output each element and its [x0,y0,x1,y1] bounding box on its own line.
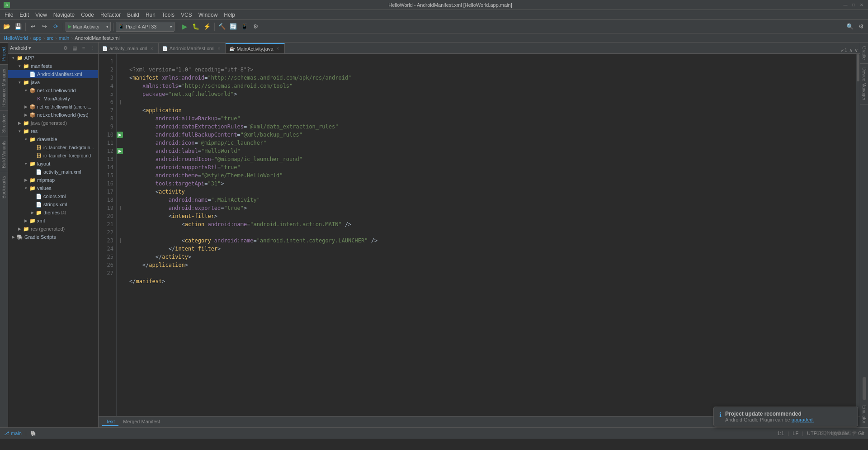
tree-item-activity-main[interactable]: 📄 activity_main.xml [8,168,98,176]
menu-run[interactable]: Run [143,11,158,19]
undo-btn[interactable]: ↩ [28,22,38,32]
tree-item-res[interactable]: ▾ 📁 res [8,127,98,135]
run-gutter-12[interactable]: ▶ [117,148,123,154]
run-button[interactable]: ▶ [179,22,189,32]
profile-button[interactable]: ⚡ [202,22,212,32]
open-btn[interactable]: 📂 [2,22,12,32]
sync-btn[interactable]: ⟳ [51,22,61,32]
menu-file[interactable]: File [2,11,16,19]
status-line-col[interactable]: 1:1 [777,431,784,436]
tab-close-mainactivity[interactable]: × [275,46,281,52]
folder-icon-manifests: 📁 [23,62,30,70]
tree-item-drawable[interactable]: ▾ 📁 drawable [8,135,98,143]
tab-action-down[interactable]: ∨ [854,47,858,53]
tab-icon-androidmanifest: 📄 [162,46,168,51]
sidebar-item-project[interactable]: Project [0,43,8,64]
editor-scrollbar[interactable] [856,54,860,416]
tab-merged-manifest[interactable]: Merged Manifest [119,418,164,426]
menu-build[interactable]: Build [124,11,142,19]
tab-action-check[interactable]: ✓1 [840,47,847,53]
restore-button[interactable]: □ [851,2,856,8]
breadcrumb-main[interactable]: main [59,35,70,41]
breadcrumb-manifest[interactable]: AndroidManifest.xml [75,35,120,41]
breadcrumb-app[interactable]: app [33,35,41,41]
breadcrumb-src[interactable]: src [47,35,53,41]
tree-item-package-test[interactable]: ▶ 📦 net.xqf.helloworld (test) [8,111,98,119]
menu-code[interactable]: Code [78,11,97,19]
tree-item-themes[interactable]: ▶ 📁 themes (2) [8,208,98,217]
status-vcs[interactable]: ⎇ main [4,431,22,436]
tree-item-strings[interactable]: 📄 strings.xml [8,200,98,208]
close-button[interactable]: ✕ [859,2,864,8]
settings-button[interactable]: ⚙ [856,22,866,32]
tab-mainactivity[interactable]: ☕ MainActivity.java × [226,43,284,53]
menu-navigate[interactable]: Navigate [51,11,77,19]
tree-item-manifests[interactable]: ▾ 📁 manifests [8,62,98,70]
sidebar-item-resource-manager[interactable]: Resource Manager [0,64,8,110]
notification-link[interactable]: upgraded. [792,417,814,422]
tree-item-package-androidtest[interactable]: ▶ 📦 net.xqf.helloworld (androi... [8,103,98,111]
menu-tools[interactable]: Tools [159,11,177,19]
tree-item-java-generated[interactable]: ▶ 📁 java (generated) [8,119,98,127]
tree-item-app[interactable]: ▾ 📁 APP [8,54,98,62]
make-button[interactable]: 🔨 [217,22,227,32]
code-line-7: android:allowBackup="true" [129,115,241,122]
sidebar-item-emulator[interactable]: Emulator [860,402,868,427]
run-config-dropdown[interactable]: ▶ MainActivity ▾ [66,22,111,32]
sidebar-item-structure[interactable]: Structure [0,110,8,137]
panel-gear-btn[interactable]: ⋮ [89,44,96,52]
breadcrumb-helloworld[interactable]: HelloWorld [4,35,28,41]
scrollbar-thumb[interactable] [857,54,859,81]
sync-project-button[interactable]: 🔄 [228,22,238,32]
tree-item-mipmap[interactable]: ▶ 📁 mipmap [8,176,98,184]
tree-item-res-generated[interactable]: ▶ 📁 res (generated) [8,225,98,233]
run-gutter-10[interactable]: ▶ [117,132,123,138]
redo-btn[interactable]: ↪ [39,22,49,32]
sidebar-item-bookmarks[interactable]: Bookmarks [0,172,8,202]
panel-filter-btn[interactable]: ▤ [71,44,78,52]
sdk-button[interactable]: ⚙ [251,22,261,32]
tree-item-java[interactable]: ▾ 📁 java [8,78,98,86]
tree-item-gradle-scripts[interactable]: ▶ 🐘 Gradle Scripts [8,233,98,241]
tree-arrow-test: ▶ [23,113,29,117]
device-dropdown[interactable]: 📱 Pixel 4 API 33 ▾ [116,22,175,32]
sidebar-item-device-manager[interactable]: Device Manager [860,64,868,104]
tab-androidmanifest[interactable]: 📄 AndroidManifest.xml × [159,43,226,53]
tree-item-layout[interactable]: ▾ 📁 layout [8,160,98,168]
menu-view[interactable]: View [33,11,50,19]
debug-button[interactable]: 🐛 [191,22,201,32]
status-lf[interactable]: LF [793,431,798,436]
menu-edit[interactable]: Edit [17,11,32,19]
menu-refactor[interactable]: Refactor [98,11,123,19]
panel-settings-btn[interactable]: ⚙ [62,44,69,52]
tab-close-activity-main[interactable]: × [149,46,155,51]
save-btn[interactable]: 💾 [13,22,23,32]
right-resize-handle[interactable] [863,377,866,400]
menu-vcs[interactable]: VCS [178,11,195,19]
panel-expand-btn[interactable]: ≡ [80,44,87,52]
code-editor[interactable]: <?xml version="1.0" encoding="utf-8"?> <… [126,54,856,416]
menu-window[interactable]: Window [196,11,221,19]
tree-item-colors[interactable]: 📄 colors.xml [8,192,98,200]
sidebar-item-gradle[interactable]: Gradle [860,43,868,64]
tab-close-androidmanifest[interactable]: × [216,46,222,51]
avd-button[interactable]: 📱 [240,22,250,32]
watermark: CSDN @收藏马卡 [816,430,857,436]
minimize-button[interactable]: — [843,2,848,8]
tree-item-ic-bg[interactable]: 🖼 ic_launcher_backgroun... [8,143,98,152]
tree-item-androidmanifest[interactable]: 📄 AndroidManifest.xml [8,70,98,78]
tab-action-up[interactable]: ∧ [849,47,853,53]
search-everywhere-button[interactable]: 🔍 [845,22,855,32]
tab-activity-main[interactable]: 📄 activity_main.xml × [99,43,159,53]
tree-item-package[interactable]: ▾ 📦 net.xqf.helloworld [8,86,98,95]
tree-item-values[interactable]: ▾ 📁 values [8,184,98,192]
menu-help[interactable]: Help [221,11,238,19]
editor-tabs: 📄 activity_main.xml × 📄 AndroidManifest.… [99,43,860,54]
tree-item-mainactivity[interactable]: K MainActivity [8,95,98,103]
tab-text[interactable]: Text [102,418,118,426]
android-dropdown[interactable]: Android ▾ [10,45,31,51]
tree-item-ic-fg[interactable]: 🖼 ic_launcher_foreground [8,152,98,160]
sidebar-item-build-variants[interactable]: Build Variants [0,137,8,172]
tree-item-xml[interactable]: ▶ 📁 xml [8,217,98,225]
window-controls[interactable]: — □ ✕ [843,2,864,8]
